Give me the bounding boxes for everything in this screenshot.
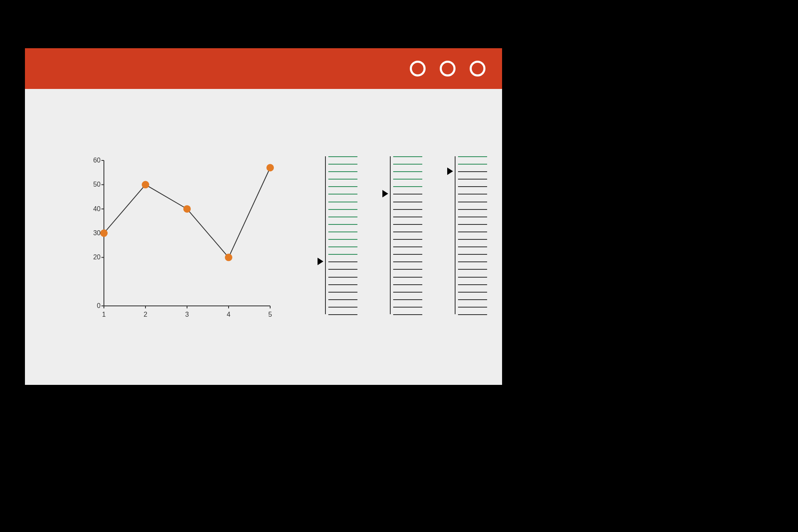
slider-tick (328, 186, 357, 187)
slider-track (390, 156, 391, 314)
slider-tick (458, 232, 487, 232)
slider-tick (393, 171, 422, 172)
slider-tick (458, 277, 487, 278)
slider-3[interactable] (446, 156, 490, 314)
slider-tick (458, 171, 487, 172)
slider-tick (458, 254, 487, 255)
slider-tick (328, 217, 357, 217)
y-tick-label: 50 (93, 181, 101, 188)
slider-panel (316, 156, 490, 323)
slider-tick (458, 261, 487, 262)
slider-tick (458, 202, 487, 202)
y-tick-label: 60 (93, 157, 101, 164)
slider-tick (393, 277, 422, 278)
y-tick-label: 30 (93, 229, 101, 237)
slider-tick (328, 261, 357, 262)
slider-tick (393, 307, 422, 308)
slider-tick (458, 156, 487, 157)
slider-tick (328, 171, 357, 172)
slider-2[interactable] (381, 156, 426, 314)
slider-tick (393, 209, 422, 210)
slider-track (325, 156, 326, 314)
slider-tick (393, 156, 422, 157)
app-window: 0203040506012345 (25, 48, 502, 385)
slider-tick (328, 307, 357, 308)
slider-tick (393, 246, 422, 247)
slider-tick (328, 269, 357, 270)
slider-tick (458, 307, 487, 308)
y-tick-label: 40 (93, 205, 101, 213)
slider-tick (393, 292, 422, 293)
slider-tick (393, 299, 422, 300)
x-tick-label: 4 (227, 311, 231, 318)
slider-tick (458, 269, 487, 270)
stage: 0203040506012345 (0, 0, 798, 532)
window-control-3[interactable] (470, 61, 485, 76)
slider-tick (458, 179, 487, 180)
slider-tick (328, 202, 357, 202)
x-tick-label: 2 (144, 311, 148, 318)
svg-point-16 (225, 254, 232, 261)
slider-tick (458, 224, 487, 225)
slider-tick (328, 232, 357, 232)
slider-tick (328, 314, 357, 315)
slider-track (455, 156, 456, 314)
slider-tick (458, 284, 487, 285)
slider-thumb-icon[interactable] (382, 190, 388, 197)
slider-tick (393, 186, 422, 187)
slider-tick (458, 209, 487, 210)
slider-tick (393, 314, 422, 315)
slider-tick (328, 292, 357, 293)
slider-tick (393, 202, 422, 202)
slider-tick (328, 224, 357, 225)
y-tick-label: 20 (93, 254, 101, 261)
slider-tick (328, 209, 357, 210)
slider-tick (393, 224, 422, 225)
slider-tick (393, 254, 422, 255)
slider-tick (328, 246, 357, 247)
slider-tick (458, 239, 487, 240)
chart-canvas (79, 156, 278, 323)
slider-tick (328, 194, 357, 195)
slider-tick (458, 217, 487, 217)
line-chart: 0203040506012345 (79, 156, 278, 323)
slider-tick (458, 246, 487, 247)
slider-tick (328, 156, 357, 157)
slider-tick (458, 186, 487, 187)
slider-tick (393, 284, 422, 285)
x-tick-label: 1 (102, 311, 106, 318)
slider-tick (393, 217, 422, 217)
slider-tick (328, 277, 357, 278)
svg-point-13 (100, 229, 108, 237)
x-tick-label: 3 (185, 311, 189, 318)
x-tick-label: 5 (268, 311, 272, 318)
slider-thumb-icon[interactable] (447, 167, 453, 175)
slider-tick (393, 232, 422, 232)
slider-tick (328, 254, 357, 255)
slider-tick (458, 164, 487, 165)
window-control-1[interactable] (410, 61, 426, 76)
slider-tick (393, 239, 422, 240)
y-tick-label: 0 (97, 302, 101, 310)
slider-tick (393, 194, 422, 195)
slider-tick (393, 261, 422, 262)
titlebar (25, 48, 502, 89)
slider-tick (328, 299, 357, 300)
slider-tick (393, 269, 422, 270)
slider-tick (328, 164, 357, 165)
slider-thumb-icon[interactable] (318, 258, 323, 265)
svg-point-14 (142, 181, 149, 188)
window-control-2[interactable] (440, 61, 456, 76)
svg-point-15 (183, 205, 191, 213)
slider-tick (458, 292, 487, 293)
slider-tick (458, 194, 487, 195)
slider-tick (328, 284, 357, 285)
slider-1[interactable] (316, 156, 361, 314)
slider-tick (458, 314, 487, 315)
slider-tick (328, 179, 357, 180)
slider-tick (393, 164, 422, 165)
slider-tick (393, 179, 422, 180)
slider-tick (458, 299, 487, 300)
svg-point-17 (266, 164, 274, 172)
slider-tick (328, 239, 357, 240)
